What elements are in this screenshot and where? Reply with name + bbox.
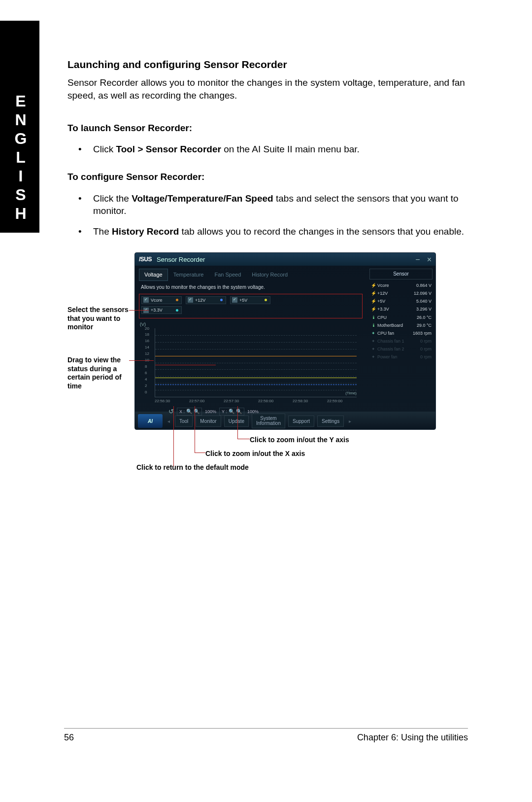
titlebar: /SUS Sensor Recorder − × [135,253,435,266]
figure: /SUS Sensor Recorder − × Voltage Tempera… [67,252,468,489]
language-tab: ENGLISH [0,21,39,233]
menu-support[interactable]: Support [288,416,314,427]
bolt-icon: ⚡ [370,298,376,304]
tab-history-record[interactable]: History Record [246,269,293,281]
bolt-icon: ⚡ [370,290,376,296]
checkmark-icon: ✓ [232,297,237,303]
asus-logo: /SUS [139,255,152,263]
zoom-y-pct: 100% [247,409,259,415]
launch-step-1: Click Tool > Sensor Recorder on the AI S… [78,143,468,156]
fan-icon: ✦ [370,338,376,344]
thermometer-icon: 🌡 [370,314,376,320]
color-dot-icon [220,299,223,301]
close-icon[interactable]: × [427,254,432,265]
sensor-row: ⚡+5V5.040 V [369,297,432,305]
zoom-out-icon[interactable]: 🔍 [236,408,242,415]
tab-fan-speed[interactable]: Fan Speed [209,269,246,281]
tab-voltage[interactable]: Voltage [139,269,168,281]
document-content: Launching and configuring Sensor Recorde… [67,0,468,489]
tabs: Voltage Temperature Fan Speed History Re… [139,269,363,281]
section-description: Sensor Recorder allows you to monitor th… [67,76,468,102]
app-title: Sensor Recorder [157,255,205,264]
check-12v[interactable]: ✓+12V [186,296,226,304]
check-vcore[interactable]: ✓Vcore [141,296,182,304]
graph[interactable]: (V) 20 18 16 14 12 10 8 6 4 2 0 [145,322,363,406]
tab-hint: Allows you to monitor the changes in the… [141,284,363,291]
check-5v[interactable]: ✓+5V [230,296,270,304]
sensor-panel: Sensor ⚡Vcore0.864 V ⚡+12V12.096 V ⚡+5V5… [366,266,435,412]
color-dot-icon [176,309,178,312]
zoom-x[interactable]: X :🔍🔍 [177,408,202,416]
page-footer: 56 Chapter 6: Using the utilities [64,728,468,743]
sensor-row-disabled: ✦Chassis fan 20 rpm [369,345,432,353]
chapter-label: Chapter 6: Using the utilities [357,732,468,743]
menu-monitor[interactable]: Monitor [196,416,221,427]
menu-settings[interactable]: Settings [317,416,344,427]
sensor-row: 🌡MotherBoard29.0 °C [369,321,432,329]
callout-zoom-y: Click to zoom in/out the Y axis [250,436,349,445]
line-5v [155,378,357,378]
menu-update[interactable]: Update [224,416,249,427]
sensor-row: ⚡Vcore0.864 V [369,281,432,289]
sensor-row-disabled: ✦Power fan0 rpm [369,353,432,361]
zoom-in-icon[interactable]: 🔍 [229,408,234,415]
section-heading: Launching and configuring Sensor Recorde… [67,58,468,71]
callout-select-sensors: Select the sensors that you want to moni… [67,306,132,332]
selection-handle [155,365,216,365]
ai-logo[interactable]: AI [138,414,163,428]
zoom-controls: ↺ X :🔍🔍 100% Y :🔍🔍 100% [168,407,363,416]
callout-reset: Click to return to the default mode [136,463,249,472]
config-subhead: To configure Sensor Recorder: [67,171,468,183]
gridlines [155,328,357,397]
menu-tool[interactable]: Tool [175,416,193,427]
fan-icon: ✦ [370,346,376,352]
launch-subhead: To launch Sensor Recorder: [67,122,468,135]
callout-zoom-x: Click to zoom in/out the X axis [205,450,305,458]
checkmark-icon: ✓ [188,297,193,303]
sensor-row: ⚡+3.3V3.296 V [369,305,432,313]
config-step-1: Click the Voltage/Temperature/Fan Speed … [78,192,468,217]
sensor-head: Sensor [369,269,432,279]
bolt-icon: ⚡ [370,306,376,312]
menu-system-information[interactable]: System Information [252,414,285,428]
fan-icon: ✦ [370,330,376,336]
sensor-checkboxes: ✓Vcore ✓+12V ✓+5V ✓+3.3V [139,294,363,318]
sensor-row: ⚡+12V12.096 V [369,289,432,297]
color-dot-icon [265,299,267,301]
line-3v3 [155,384,357,385]
sensor-row: 🌡CPU26.0 °C [369,314,432,321]
zoom-y[interactable]: Y :🔍🔍 [219,408,244,416]
bolt-icon: ⚡ [370,282,376,288]
sensor-row-disabled: ✦Chassis fan 10 rpm [369,337,432,345]
chevron-left-icon[interactable]: ◂ [166,418,172,425]
line-12v [155,356,357,356]
chevron-right-icon[interactable]: ▸ [347,418,353,425]
checkmark-icon: ✓ [143,297,149,303]
callout-drag-view: Drag to view the status during a certain… [67,356,132,390]
time-label: (Time) [345,391,357,396]
zoom-x-pct: 100% [205,409,216,415]
language-label: ENGLISH [11,92,30,223]
fan-icon: ✦ [370,354,376,360]
page-number: 56 [64,732,74,743]
color-dot-icon [176,299,178,301]
minimize-icon[interactable]: − [415,254,420,265]
app-window: /SUS Sensor Recorder − × Voltage Tempera… [134,252,436,430]
thermometer-icon: 🌡 [370,322,376,328]
zoom-in-icon[interactable]: 🔍 [186,408,192,415]
config-step-2: The History Record tab allows you to rec… [78,225,468,238]
tab-temperature[interactable]: Temperature [168,269,209,281]
sensor-row: ✦CPU fan1603 rpm [369,329,432,337]
